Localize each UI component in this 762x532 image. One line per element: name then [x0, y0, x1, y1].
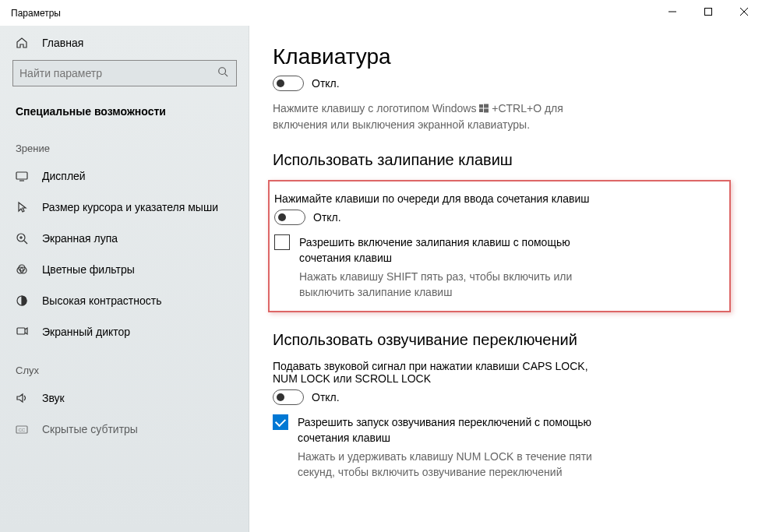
sidebar: Главная Специальные возможности Зрение Д… [0, 26, 249, 532]
svg-rect-1 [705, 9, 712, 16]
sidebar-item-cursor[interactable]: Размер курсора и указателя мыши [0, 192, 249, 223]
svg-rect-20 [484, 104, 489, 108]
sidebar-item-contrast[interactable]: Высокая контрастность [0, 285, 249, 316]
sidebar-item-color-filters[interactable]: Цветные фильтры [0, 254, 249, 285]
sidebar-home-label: Главная [42, 37, 83, 49]
sidebar-item-audio[interactable]: Звук [0, 382, 249, 414]
search-box[interactable] [12, 60, 237, 86]
sidebar-category[interactable]: Специальные возможности [0, 97, 249, 125]
sidebar-section-hearing: Слух [0, 347, 249, 382]
home-icon [16, 37, 31, 49]
window-controls [654, 0, 762, 23]
sidebar-item-label: Экранная лупа [42, 232, 118, 245]
search-input[interactable] [19, 67, 217, 79]
toggle-state: Откл. [313, 211, 341, 224]
svg-rect-21 [479, 109, 483, 113]
svg-line-9 [24, 241, 27, 244]
sidebar-section-vision: Зрение [0, 125, 249, 160]
color-filters-icon [16, 263, 31, 276]
sidebar-item-magnifier[interactable]: Экранная лупа [0, 223, 249, 254]
windows-logo-icon [479, 101, 489, 117]
cc-icon: CC [16, 423, 31, 435]
sidebar-home[interactable]: Главная [0, 29, 249, 57]
titlebar: Параметры [0, 0, 762, 26]
sticky-keys-toggle[interactable] [274, 210, 305, 225]
main-content: Клавиатура Откл. Нажмите клавишу с логот… [249, 26, 762, 532]
sticky-keys-label: Нажимайте клавиши по очереди для ввода с… [274, 192, 715, 205]
svg-rect-6 [16, 172, 27, 179]
toggle-state: Откл. [312, 77, 340, 90]
sidebar-item-label: Цветные фильтры [42, 263, 135, 276]
toggle-keys-shortcut-checkbox[interactable] [273, 414, 288, 430]
sidebar-item-label: Скрытые субтитры [42, 423, 138, 435]
close-button[interactable] [726, 0, 762, 23]
sidebar-item-display[interactable]: Дисплей [0, 160, 249, 192]
sticky-keys-shortcut-label: Разрешить включение залипания клавиш с п… [299, 234, 617, 266]
sidebar-item-label: Высокая контрастность [42, 294, 161, 307]
sticky-keys-shortcut-desc: Нажать клавишу SHIFT пять раз, чтобы вкл… [299, 269, 611, 300]
window-title: Параметры [11, 8, 61, 19]
onscreen-keyboard-hint: Нажмите клавишу с логотипом Windows +CTR… [273, 100, 616, 132]
toggle-state: Откл. [312, 391, 340, 403]
sidebar-item-label: Экранный диктор [42, 326, 130, 338]
onscreen-keyboard-toggle[interactable] [273, 76, 304, 91]
sticky-keys-shortcut-checkbox[interactable] [274, 234, 290, 250]
sidebar-item-cc[interactable]: CC Скрытые субтитры [0, 414, 249, 445]
svg-rect-16 [17, 328, 25, 334]
contrast-icon [16, 294, 31, 307]
svg-text:CC: CC [19, 428, 26, 432]
sidebar-item-label: Дисплей [42, 170, 86, 182]
section-sticky-keys: Использовать залипание клавиш [273, 151, 731, 169]
toggle-keys-toggle[interactable] [273, 389, 304, 405]
toggle-keys-label: Подавать звуковой сигнал при нажатии кла… [273, 360, 616, 385]
svg-line-5 [225, 74, 228, 77]
magnifier-icon [16, 232, 31, 245]
search-icon [217, 66, 230, 80]
svg-point-4 [219, 68, 226, 75]
page-title: Клавиатура [273, 44, 731, 69]
sidebar-item-label: Размер курсора и указателя мыши [42, 201, 218, 213]
audio-icon [16, 392, 31, 404]
sticky-keys-highlight: Нажимайте клавиши по очереди для ввода с… [268, 180, 731, 312]
maximize-button[interactable] [690, 0, 726, 23]
sidebar-item-label: Звук [42, 392, 65, 404]
narrator-icon [16, 326, 31, 338]
cursor-icon [16, 201, 31, 213]
toggle-keys-shortcut-label: Разрешить запуск озвучивания переключени… [298, 414, 616, 446]
display-icon [16, 170, 31, 182]
toggle-keys-shortcut-desc: Нажать и удерживать клавишу NUM LOCK в т… [298, 449, 609, 480]
svg-rect-22 [484, 109, 489, 113]
sidebar-item-narrator[interactable]: Экранный диктор [0, 316, 249, 347]
minimize-button[interactable] [654, 0, 690, 23]
section-toggle-keys: Использовать озвучивание переключений [273, 331, 731, 349]
svg-rect-19 [479, 104, 483, 108]
